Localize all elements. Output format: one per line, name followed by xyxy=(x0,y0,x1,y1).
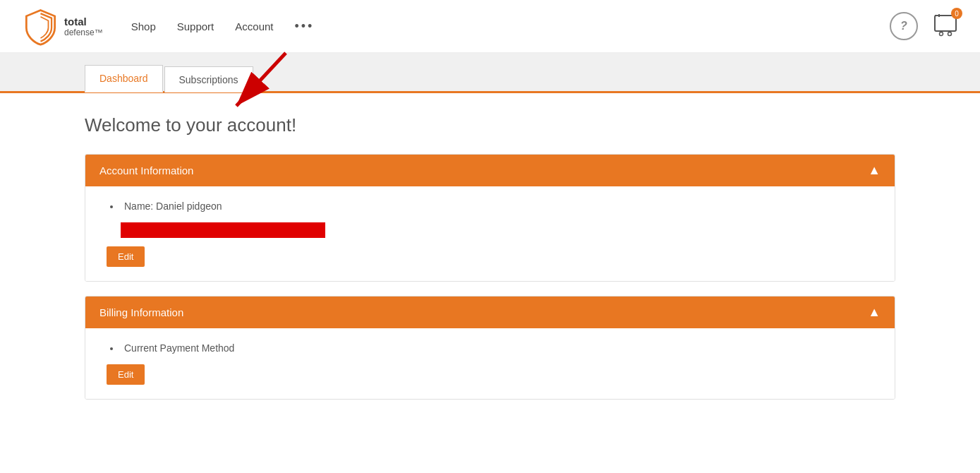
tab-subscriptions-label: Subscriptions xyxy=(179,74,238,85)
tab-subscriptions[interactable]: Subscriptions xyxy=(164,66,253,92)
account-info-body: Name: Daniel pidgeon Edit xyxy=(85,186,895,281)
logo-name: total xyxy=(64,16,103,28)
billing-info-card: Billing Information ▲ Current Payment Me… xyxy=(85,296,895,400)
nav-account[interactable]: Account xyxy=(235,20,273,32)
tab-dashboard[interactable]: Dashboard xyxy=(85,65,163,92)
billing-info-chevron-icon[interactable]: ▲ xyxy=(868,305,881,320)
account-info-chevron-icon[interactable]: ▲ xyxy=(868,163,881,178)
cart-button[interactable]: 0 xyxy=(932,11,959,41)
svg-point-2 xyxy=(940,32,943,36)
logo-icon xyxy=(21,7,60,46)
logo-sub: defense™ xyxy=(64,28,103,37)
help-icon: ? xyxy=(900,20,907,32)
tab-dashboard-label: Dashboard xyxy=(99,73,148,84)
account-name-item: Name: Daniel pidgeon xyxy=(121,200,873,212)
main-content: Welcome to your account! Account Informa… xyxy=(0,93,980,435)
payment-method-item: Current Payment Method xyxy=(121,342,873,354)
nav-shop[interactable]: Shop xyxy=(131,20,156,32)
billing-info-title: Billing Information xyxy=(99,306,183,318)
main-nav: Shop Support Account ••• xyxy=(131,19,890,34)
account-info-card: Account Information ▲ Name: Daniel pidge… xyxy=(85,154,895,282)
logo[interactable]: total defense™ xyxy=(21,7,103,46)
billing-info-header[interactable]: Billing Information ▲ xyxy=(85,297,895,328)
billing-info-body: Current Payment Method Edit xyxy=(85,328,895,399)
account-info-title: Account Information xyxy=(99,164,193,176)
nav-support[interactable]: Support xyxy=(177,20,214,32)
billing-edit-button[interactable]: Edit xyxy=(107,364,145,385)
svg-point-3 xyxy=(948,32,952,36)
header-right: ? 0 xyxy=(890,11,959,41)
site-header: total defense™ Shop Support Account ••• … xyxy=(0,0,980,53)
help-button[interactable]: ? xyxy=(890,12,918,40)
welcome-title: Welcome to your account! xyxy=(85,114,895,136)
cart-count: 0 xyxy=(951,8,962,19)
account-info-header[interactable]: Account Information ▲ xyxy=(85,155,895,186)
nav-more-dots[interactable]: ••• xyxy=(295,19,315,34)
account-edit-button[interactable]: Edit xyxy=(107,246,145,267)
redacted-email-bar xyxy=(121,222,325,238)
